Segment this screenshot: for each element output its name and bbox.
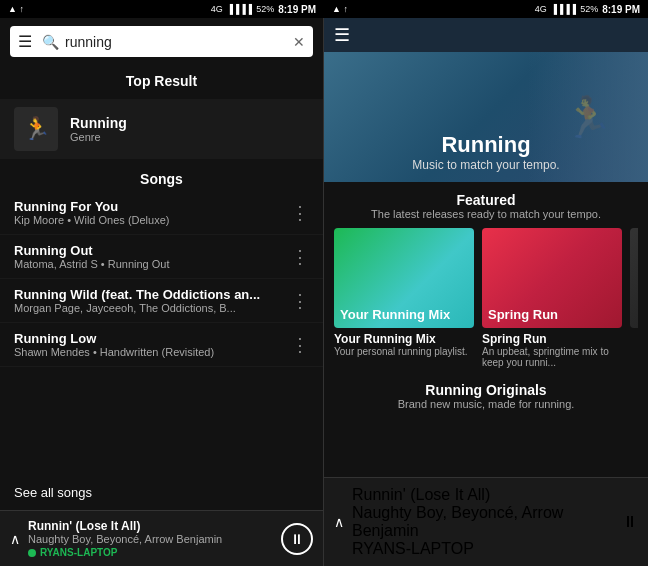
left-panel: ☰ 🔍 ✕ Top Result 🏃 Running Genre Songs R… — [0, 18, 324, 566]
playlist-label-1: Your Running Mix — [334, 332, 474, 346]
right-battery: 52% — [580, 4, 598, 14]
top-result-icon: 🏃 — [14, 107, 58, 151]
now-playing-bar[interactable]: ∧ Runnin' (Lose It All) Naughty Boy, Bey… — [0, 510, 323, 566]
playlist-label-2: Spring Run — [482, 332, 622, 346]
song-more-icon-2[interactable]: ⋮ — [291, 246, 309, 268]
playlist-thumbnail-3 — [630, 228, 638, 328]
hero-section: 🏃 Running Music to match your tempo. — [324, 52, 648, 182]
track-artist: Naughty Boy, Beyoncé, Arrow Benjamin — [28, 533, 273, 545]
right-device-name: RYANS-LAPTOP — [352, 540, 474, 557]
top-result-info: Running Genre — [70, 115, 127, 143]
featured-subtitle: The latest releases ready to match your … — [334, 208, 638, 220]
search-bar[interactable]: ☰ 🔍 ✕ — [10, 26, 313, 57]
right-network: 4G — [535, 4, 547, 14]
right-track-name: Runnin' (Lose It All) — [352, 486, 614, 504]
chevron-up-icon[interactable]: ∧ — [10, 531, 20, 547]
hero-title: Running — [412, 132, 559, 158]
device-name: RYANS-LAPTOP — [40, 547, 117, 558]
song-item[interactable]: Running Wild (feat. The Oddictions an...… — [0, 279, 323, 323]
playlist-thumb-label-1: Your Running Mix — [340, 307, 450, 322]
originals-title: Running Originals — [334, 382, 638, 398]
playlist-thumbnail-1: Your Running Mix — [334, 228, 474, 328]
song-name-2: Running Out — [14, 243, 169, 258]
featured-title: Featured — [334, 192, 638, 208]
left-signal: ▐▐▐▐ — [227, 4, 253, 14]
song-item[interactable]: Running For You Kip Moore • Wild Ones (D… — [0, 191, 323, 235]
right-pause-button[interactable]: ⏸ — [622, 513, 638, 531]
top-result-item[interactable]: 🏃 Running Genre — [0, 99, 323, 159]
right-pause-icon: ⏸ — [622, 513, 638, 530]
left-time: 8:19 PM — [278, 4, 316, 15]
song-meta-3: Morgan Page, Jayceeoh, The Oddictions, B… — [14, 302, 260, 314]
search-icon: 🔍 — [42, 34, 59, 50]
right-device-row: RYANS-LAPTOP — [352, 540, 614, 558]
right-track-artist: Naughty Boy, Beyoncé, Arrow Benjamin — [352, 504, 614, 540]
see-all-songs-link[interactable]: See all songs — [0, 475, 323, 510]
search-input[interactable] — [65, 34, 287, 50]
track-name: Runnin' (Lose It All) — [28, 519, 273, 533]
playlist-desc-2: An upbeat, springtime mix to keep you ru… — [482, 346, 622, 368]
song-item[interactable]: Running Out Matoma, Astrid S • Running O… — [0, 235, 323, 279]
playlist-card-2[interactable]: Spring Run Spring Run An upbeat, springt… — [482, 228, 622, 368]
right-hamburger-icon[interactable]: ☰ — [334, 24, 350, 46]
pause-icon: ⏸ — [290, 531, 304, 547]
top-result-title: Top Result — [0, 65, 323, 99]
clear-icon[interactable]: ✕ — [293, 34, 305, 50]
left-network: 4G — [211, 4, 223, 14]
song-more-icon-3[interactable]: ⋮ — [291, 290, 309, 312]
device-row: RYANS-LAPTOP — [28, 547, 273, 558]
song-item[interactable]: Running Low Shawn Mendes • Handwritten (… — [0, 323, 323, 367]
top-result-genre: Genre — [70, 131, 127, 143]
featured-section: Featured The latest releases ready to ma… — [324, 182, 648, 374]
right-panel: ☰ 🏃 Running Music to match your tempo. F… — [324, 18, 648, 566]
playlist-thumbnail-2: Spring Run — [482, 228, 622, 328]
device-status-dot — [28, 549, 36, 557]
left-battery: 52% — [256, 4, 274, 14]
originals-section: Running Originals Brand new music, made … — [324, 374, 648, 410]
song-meta-4: Shawn Mendes • Handwritten (Revisited) — [14, 346, 214, 358]
song-meta-1: Kip Moore • Wild Ones (Deluxe) — [14, 214, 169, 226]
right-chevron-up-icon[interactable]: ∧ — [334, 514, 344, 530]
playlist-card-3[interactable] — [630, 228, 638, 368]
hero-subtitle: Music to match your tempo. — [412, 158, 559, 172]
pause-button[interactable]: ⏸ — [281, 523, 313, 555]
playlist-thumb-label-2: Spring Run — [488, 307, 558, 322]
playlist-row: Your Running Mix Your Running Mix Your p… — [334, 228, 638, 368]
song-more-icon-1[interactable]: ⋮ — [291, 202, 309, 224]
right-now-playing-bar[interactable]: ∧ Runnin' (Lose It All) Naughty Boy, Bey… — [324, 477, 648, 566]
originals-subtitle: Brand new music, made for running. — [334, 398, 638, 410]
song-meta-2: Matoma, Astrid S • Running Out — [14, 258, 169, 270]
song-name-1: Running For You — [14, 199, 169, 214]
hamburger-icon[interactable]: ☰ — [18, 32, 32, 51]
top-result-name: Running — [70, 115, 127, 131]
track-info: Runnin' (Lose It All) Naughty Boy, Beyon… — [28, 519, 273, 558]
songs-section-title: Songs — [0, 163, 323, 191]
right-track-info: Runnin' (Lose It All) Naughty Boy, Beyon… — [352, 486, 614, 558]
song-list: Running For You Kip Moore • Wild Ones (D… — [0, 191, 323, 475]
song-more-icon-4[interactable]: ⋮ — [291, 334, 309, 356]
right-time: 8:19 PM — [602, 4, 640, 15]
left-status-icons: ▲ ↑ — [8, 4, 24, 14]
playlist-desc-1: Your personal running playlist. — [334, 346, 474, 357]
right-signal: ▐▐▐▐ — [551, 4, 577, 14]
playlist-card-1[interactable]: Your Running Mix Your Running Mix Your p… — [334, 228, 474, 368]
song-name-4: Running Low — [14, 331, 214, 346]
right-status-icons: ▲ ↑ — [332, 4, 348, 14]
song-name-3: Running Wild (feat. The Oddictions an... — [14, 287, 260, 302]
